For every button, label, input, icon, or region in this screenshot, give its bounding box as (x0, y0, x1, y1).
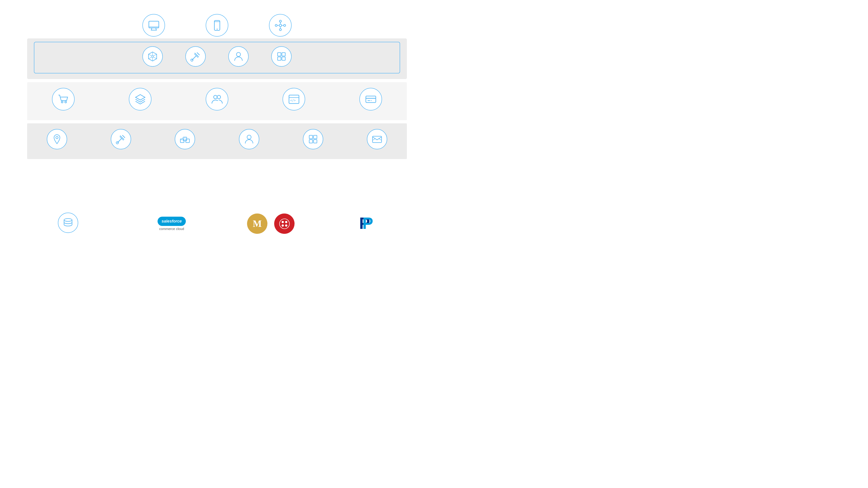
customer-sys-node (239, 129, 259, 151)
layers-icon (134, 93, 147, 105)
code-browser-icon: </> (288, 93, 300, 105)
person-icon (233, 51, 244, 62)
order-reservation-circle: </> (283, 88, 305, 110)
inventory-node (175, 129, 195, 151)
salesforce-logo: salesforce commerce cloud (158, 217, 186, 231)
svg-point-36 (65, 101, 66, 103)
svg-line-51 (123, 135, 125, 138)
svg-text:P: P (362, 216, 373, 232)
svg-rect-33 (278, 57, 281, 60)
product-availability-node (129, 88, 151, 112)
wrench-hammer-sys-icon (115, 133, 127, 145)
svg-rect-60 (309, 135, 313, 139)
svg-rect-61 (313, 135, 317, 139)
paypal-icon: P P (359, 216, 373, 232)
svg-point-59 (247, 135, 251, 139)
order-exp-circle (271, 46, 291, 67)
customer-exp-circle (228, 46, 249, 67)
svg-point-72 (285, 224, 287, 227)
notification-node (367, 129, 387, 151)
system-layer-wrapper (27, 123, 407, 159)
top-section (0, 0, 434, 38)
shopping-cart-circle (52, 88, 74, 110)
salesforce-cloud: salesforce (158, 217, 186, 226)
salesforce-node: salesforce commerce cloud (158, 217, 186, 231)
gmail-circle: M (247, 214, 268, 234)
person-sys-icon (243, 133, 255, 145)
svg-rect-43 (366, 96, 376, 103)
boxes-icon (179, 133, 191, 145)
product-exp-node (185, 46, 206, 68)
mobile-app-circle (206, 14, 228, 37)
svg-point-30 (237, 53, 241, 57)
svg-rect-34 (282, 57, 285, 60)
svg-point-6 (217, 29, 217, 29)
svg-point-35 (61, 101, 63, 103)
process-payment-circle (360, 88, 382, 110)
gmail-node: M (247, 214, 268, 234)
paypal-node: P P (356, 214, 376, 234)
diagram-container: </> (0, 0, 434, 244)
product-exp-circle (185, 46, 206, 67)
svg-point-8 (279, 24, 282, 27)
channel-circle (143, 46, 163, 67)
svg-rect-62 (309, 140, 313, 143)
salesforce-sub: commerce cloud (159, 227, 184, 231)
web-app-circle (143, 14, 165, 37)
credit-card-icon (365, 93, 377, 105)
store-systems-node (58, 213, 78, 235)
customer-onboarding-circle (206, 88, 228, 110)
paypal-logo: P P (356, 214, 376, 234)
process-payment-node (360, 88, 382, 112)
twilio-circle (274, 214, 294, 234)
product-availability-circle (129, 88, 151, 110)
svg-point-67 (64, 219, 72, 221)
store-systems-circle (58, 213, 78, 233)
location-node (47, 129, 67, 151)
svg-line-20 (153, 54, 157, 56)
shopping-cart-node (52, 88, 74, 112)
svg-rect-31 (278, 53, 281, 56)
salesforce-text: salesforce (162, 219, 182, 224)
grid-icon (276, 51, 287, 62)
product-sys-node (111, 129, 131, 151)
svg-point-70 (285, 221, 287, 223)
product-sys-circle (111, 129, 131, 149)
network-icon (274, 19, 287, 32)
pin-icon (51, 133, 63, 145)
customer-onboarding-node (206, 88, 228, 112)
channel-node (143, 46, 163, 68)
svg-rect-63 (313, 140, 317, 143)
svg-point-18 (152, 56, 153, 57)
gmail-letter: M (253, 218, 262, 229)
process-layer: </> (27, 82, 407, 120)
svg-point-69 (281, 221, 284, 223)
location-circle (47, 129, 67, 149)
svg-line-2 (156, 28, 156, 30)
omnichannel-api-box (34, 42, 400, 73)
layers-wrapper: </> (0, 38, 434, 203)
svg-text:</>: </> (290, 99, 296, 102)
notification-circle (367, 129, 387, 149)
svg-point-39 (217, 95, 220, 98)
monitor-icon (148, 19, 160, 32)
system-layer (27, 123, 407, 159)
svg-rect-32 (282, 53, 285, 56)
web-app-node (143, 14, 165, 38)
svg-point-71 (281, 224, 284, 227)
order-exp-node (271, 46, 291, 68)
people-icon (211, 93, 223, 105)
grid-sys-icon (307, 133, 319, 145)
notification-integrations: M (247, 214, 294, 234)
svg-line-65 (373, 138, 375, 140)
system-nodes-row (34, 127, 400, 153)
svg-point-68 (279, 219, 289, 229)
mobile-app-node (206, 14, 228, 38)
svg-point-47 (56, 136, 58, 139)
orders-sys-node (303, 129, 323, 151)
orders-sys-circle (303, 129, 323, 149)
svg-point-11 (275, 24, 277, 26)
svg-line-66 (379, 138, 381, 140)
svg-line-23 (149, 57, 152, 59)
inventory-circle (175, 129, 195, 149)
